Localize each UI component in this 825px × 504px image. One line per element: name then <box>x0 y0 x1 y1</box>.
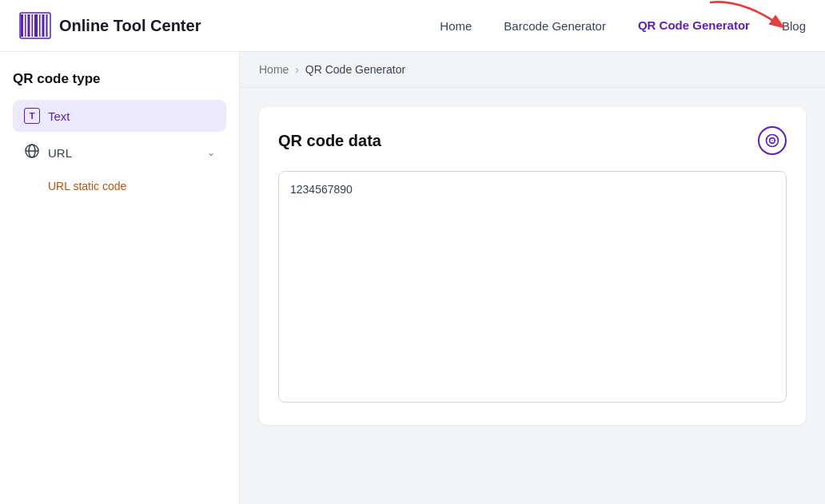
sidebar-title: QR code type <box>13 71 226 87</box>
breadcrumb-separator: › <box>295 63 299 76</box>
qr-panel: QR code data 1234567890 <box>259 107 806 425</box>
url-left: URL <box>24 143 72 162</box>
logo-area: Online Tool Center <box>19 10 201 42</box>
svg-rect-6 <box>42 14 45 37</box>
url-globe-icon <box>24 143 40 162</box>
qr-data-textarea[interactable]: 1234567890 <box>278 171 787 403</box>
sidebar-item-text-label: Text <box>48 109 70 123</box>
breadcrumb: Home › QR Code Generator <box>240 52 825 88</box>
qr-settings-button[interactable] <box>758 126 787 155</box>
sidebar-item-text[interactable]: T Text <box>13 100 226 132</box>
breadcrumb-current: QR Code Generator <box>305 63 405 76</box>
svg-rect-1 <box>25 14 26 37</box>
svg-rect-2 <box>28 14 30 37</box>
content-area: Home › QR Code Generator QR code data 12… <box>240 52 825 504</box>
main-nav: Home Barcode Generator QR Code Generator… <box>440 18 806 33</box>
red-arrow-annotation <box>702 0 798 42</box>
svg-rect-4 <box>34 14 38 37</box>
sidebar-item-url[interactable]: URL ⌄ <box>13 135 226 170</box>
chevron-down-icon: ⌄ <box>207 147 215 158</box>
nav-item-home[interactable]: Home <box>440 19 472 33</box>
logo-title: Online Tool Center <box>59 17 201 35</box>
main-layout: QR code type T Text URL ⌄ UR <box>0 52 825 504</box>
svg-rect-0 <box>21 14 23 37</box>
sidebar: QR code type T Text URL ⌄ UR <box>0 52 240 504</box>
svg-rect-5 <box>39 14 41 37</box>
svg-rect-7 <box>46 14 48 37</box>
qr-panel-header: QR code data <box>278 126 787 155</box>
breadcrumb-home[interactable]: Home <box>259 63 289 76</box>
svg-rect-3 <box>32 14 34 37</box>
text-type-icon: T <box>24 108 40 124</box>
logo-icon <box>19 10 51 42</box>
sidebar-item-url-label: URL <box>48 146 72 160</box>
url-static-code-link[interactable]: URL static code <box>13 173 226 199</box>
site-header: Online Tool Center Home Barcode Generato… <box>0 0 825 52</box>
target-icon <box>764 133 780 149</box>
svg-point-15 <box>771 140 773 141</box>
qr-panel-title: QR code data <box>278 132 381 150</box>
nav-item-barcode[interactable]: Barcode Generator <box>504 19 606 33</box>
